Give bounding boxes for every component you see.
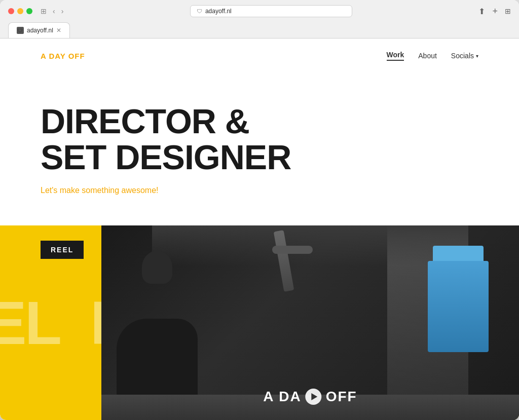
new-tab-icon[interactable]: + — [492, 6, 498, 17]
address-bar-container: 🛡 adayoff.nl — [67, 5, 474, 17]
maximize-button[interactable] — [26, 8, 32, 14]
reel-label[interactable]: REEL — [41, 241, 84, 259]
site-nav: Work About Socials ▾ — [387, 51, 478, 61]
active-tab[interactable]: adayoff.nl ✕ — [8, 22, 70, 38]
hero-subtitle: Let's make something awesome! — [41, 186, 478, 195]
browser-window: ⊞ ‹ › 🛡 adayoff.nl ⬆ + ⊞ adayo — [0, 0, 519, 420]
traffic-lights — [8, 8, 32, 14]
equipment-area — [418, 246, 489, 420]
video-container[interactable]: A DA OFF — [101, 225, 519, 420]
tab-title: adayoff.nl — [27, 27, 53, 34]
video-overlay-text: A DA OFF — [263, 389, 357, 405]
grid-icon[interactable]: ⊞ — [505, 7, 511, 15]
play-icon — [311, 393, 317, 400]
website-content: A DAY OFF Work About Socials ▾ DIRECTOR … — [0, 39, 519, 420]
hero-title: DIRECTOR & SET DESIGNER — [41, 103, 478, 176]
nav-work[interactable]: Work — [387, 51, 404, 61]
minimize-button[interactable] — [17, 8, 23, 14]
video-mockup: A DA OFF — [101, 225, 519, 420]
video-scene: A DA OFF — [101, 225, 519, 420]
reel-section: REEL REEL REEL REEL REEL — [0, 225, 519, 420]
person-area — [117, 246, 218, 420]
back-button[interactable]: ‹ — [53, 7, 55, 15]
hero-title-line1: DIRECTOR & — [41, 102, 249, 140]
person-head — [142, 251, 172, 284]
browser-actions: ⬆ + ⊞ — [478, 6, 511, 17]
hero-section: DIRECTOR & SET DESIGNER Let's make somet… — [0, 73, 519, 215]
overlay-brand-part1: A DA — [263, 389, 301, 405]
overlay-brand-part2: OFF — [326, 389, 357, 405]
hero-title-line2: SET DESIGNER — [41, 138, 291, 176]
address-bar[interactable]: 🛡 adayoff.nl — [190, 5, 352, 17]
share-icon[interactable]: ⬆ — [478, 7, 485, 16]
chevron-down-icon: ▾ — [476, 53, 478, 59]
arm-joint — [272, 246, 313, 254]
site-header: A DAY OFF Work About Socials ▾ — [0, 39, 519, 73]
tab-bar: adayoff.nl ✕ — [0, 22, 519, 38]
nav-about[interactable]: About — [418, 52, 437, 60]
play-button[interactable] — [306, 389, 322, 405]
arm-mechanism — [273, 230, 294, 292]
tab-favicon-icon — [17, 27, 24, 34]
window-sidebar-icon[interactable]: ⊞ — [41, 7, 47, 15]
close-button[interactable] — [8, 8, 14, 14]
tab-close-icon[interactable]: ✕ — [56, 27, 61, 34]
title-bar: ⊞ ‹ › 🛡 adayoff.nl ⬆ + ⊞ — [0, 0, 519, 22]
nav-socials[interactable]: Socials ▾ — [451, 52, 478, 60]
forward-button[interactable]: › — [61, 7, 64, 15]
browser-chrome: ⊞ ‹ › 🛡 adayoff.nl ⬆ + ⊞ adayo — [0, 0, 519, 39]
window-controls: ⊞ ‹ › — [41, 7, 63, 15]
lock-icon: 🛡 — [197, 8, 202, 14]
url-text: adayoff.nl — [205, 8, 232, 15]
equipment-box-main — [428, 261, 489, 352]
site-logo[interactable]: A DAY OFF — [41, 52, 85, 60]
